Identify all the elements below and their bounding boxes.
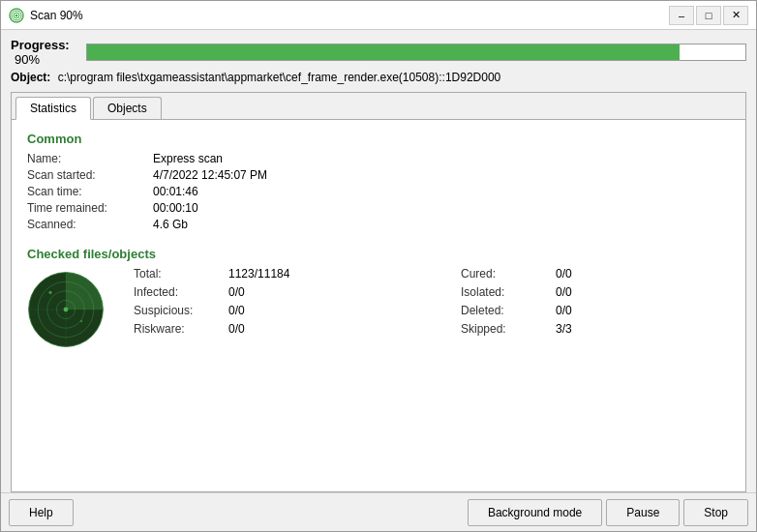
footer-right-buttons: Background mode Pause Stop <box>468 499 748 526</box>
stat-row-total: Total: 1123/11184 <box>134 267 403 281</box>
maximize-button[interactable]: □ <box>696 6 721 25</box>
stat-row-suspicious: Suspicious: 0/0 <box>134 304 403 317</box>
minimize-button[interactable]: – <box>669 6 694 25</box>
radar-graphic <box>27 271 105 348</box>
svg-point-3 <box>15 14 18 16</box>
info-row-scanned: Scanned: 4.6 Gb <box>27 218 730 231</box>
tab-content-statistics: Common Name: Express scan Scan started: … <box>12 120 745 491</box>
app-icon <box>9 8 24 23</box>
stat-row-deleted: Deleted: 0/0 <box>461 304 730 317</box>
svg-point-10 <box>64 308 69 312</box>
stat-row-infected: Infected: 0/0 <box>134 285 403 299</box>
info-row-time-remained: Time remained: 00:00:10 <box>27 201 730 215</box>
stat-row-skipped: Skipped: 3/3 <box>461 322 730 336</box>
tabs-container: Statistics Objects Common Name: Express … <box>11 92 746 492</box>
checked-title: Checked files/objects <box>27 247 730 261</box>
stats-grid: Total: 1123/11184 Infected: 0/0 Suspicio… <box>134 267 730 336</box>
stop-button[interactable]: Stop <box>683 499 748 526</box>
stats-area: Total: 1123/11184 Infected: 0/0 Suspicio… <box>134 267 730 336</box>
window-title: Scan 90% <box>30 9 669 22</box>
stat-row-cured: Cured: 0/0 <box>461 267 730 281</box>
content-area: Progress: 90% Object: c:\program files\t… <box>1 30 756 492</box>
stat-row-isolated: Isolated: 0/0 <box>461 285 730 299</box>
svg-point-12 <box>80 320 82 322</box>
title-bar: Scan 90% – □ ✕ <box>1 1 756 30</box>
tab-bar: Statistics Objects <box>12 93 745 120</box>
progress-row: Progress: 90% <box>11 38 746 67</box>
tab-statistics[interactable]: Statistics <box>15 97 91 120</box>
stats-col-left: Total: 1123/11184 Infected: 0/0 Suspicio… <box>134 267 403 336</box>
info-row-scan-started: Scan started: 4/7/2022 12:45:07 PM <box>27 168 730 182</box>
svg-point-11 <box>48 291 51 294</box>
close-button[interactable]: ✕ <box>723 6 748 25</box>
progress-label: Progress: 90% <box>11 38 78 67</box>
radar-area: Total: 1123/11184 Infected: 0/0 Suspicio… <box>27 267 730 348</box>
main-window: Scan 90% – □ ✕ Progress: 90% Object: c:\… <box>0 0 757 532</box>
help-button[interactable]: Help <box>9 499 74 526</box>
progress-bar-fill <box>87 44 680 60</box>
object-row: Object: c:\program files\txgameassistant… <box>11 71 746 84</box>
progress-bar-container <box>86 44 746 61</box>
common-info-table: Name: Express scan Scan started: 4/7/202… <box>27 152 730 231</box>
background-mode-button[interactable]: Background mode <box>468 499 602 526</box>
tab-objects[interactable]: Objects <box>93 97 162 119</box>
stat-row-riskware: Riskware: 0/0 <box>134 322 403 336</box>
info-row-scan-time: Scan time: 00:01:46 <box>27 185 730 198</box>
common-title: Common <box>27 132 730 146</box>
info-row-name: Name: Express scan <box>27 152 730 165</box>
footer: Help Background mode Pause Stop <box>1 492 756 531</box>
pause-button[interactable]: Pause <box>606 499 680 526</box>
stats-col-right: Cured: 0/0 Isolated: 0/0 Deleted: 0/0 <box>461 267 730 336</box>
window-controls: – □ ✕ <box>669 6 748 25</box>
